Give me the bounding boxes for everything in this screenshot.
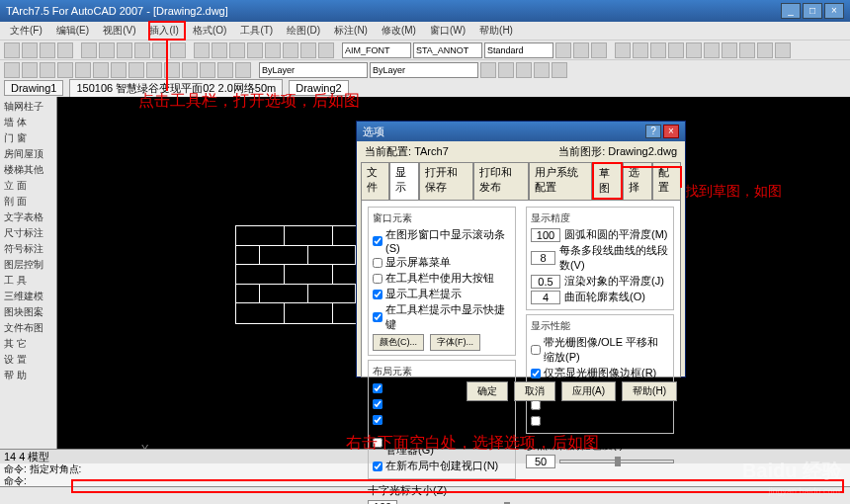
dialog-tab-display[interactable]: 显示	[389, 162, 418, 200]
sidebar-item[interactable]: 尺寸标注	[2, 225, 54, 241]
sidebar-item[interactable]: 文件布图	[2, 320, 54, 336]
sidebar-item[interactable]: 符号标注	[2, 241, 54, 257]
toolbar-icon[interactable]	[200, 62, 215, 78]
sidebar-item[interactable]: 剖 面	[2, 194, 54, 210]
colors-button[interactable]: 颜色(C)...	[373, 334, 424, 351]
menu-view[interactable]: 视图(V)	[97, 24, 141, 38]
menu-help[interactable]: 帮助(H)	[473, 24, 519, 38]
menu-modify[interactable]: 修改(M)	[376, 24, 422, 38]
toolbar-icon[interactable]	[775, 42, 791, 58]
checkbox-screenmenu[interactable]: 显示屏幕菜单	[373, 255, 511, 270]
toolbar-icon[interactable]	[22, 62, 38, 78]
combo-1[interactable]: AIM_FONT	[342, 42, 411, 58]
toolbar-icon[interactable]	[217, 62, 233, 78]
checkbox-shortcut[interactable]: 在工具栏提示中显示快捷键	[373, 302, 511, 332]
checkbox-raster-frame[interactable]: 仅亮显光栅图像边框(R)	[531, 366, 669, 380]
sidebar-item[interactable]: 帮 助	[2, 368, 54, 383]
toolbar-icon[interactable]	[4, 62, 20, 78]
toolbar-icon[interactable]	[81, 42, 97, 58]
toolbar-icon[interactable]	[318, 42, 334, 58]
toolbar-icon[interactable]	[22, 42, 38, 58]
toolbar-icon[interactable]	[170, 42, 186, 58]
toolbar-icon[interactable]	[235, 62, 251, 78]
apply-button[interactable]: 应用(A)	[561, 381, 616, 401]
sidebar-item[interactable]: 其 它	[2, 336, 54, 352]
toolbar-icon[interactable]	[93, 62, 109, 78]
toolbar-icon[interactable]	[633, 42, 648, 58]
menu-draw[interactable]: 绘图(D)	[281, 24, 326, 38]
checkbox-wireframe[interactable]: 以线框形式显示真实轮廓	[531, 413, 669, 428]
toolbar-icon[interactable]	[686, 42, 702, 58]
sidebar-item[interactable]: 图块图案	[2, 304, 54, 320]
toolbar-icon[interactable]	[111, 62, 127, 78]
toolbar-icon[interactable]	[247, 42, 263, 58]
toolbar-icon[interactable]	[739, 42, 755, 58]
dialog-titlebar[interactable]: 选项 ? ×	[357, 122, 685, 141]
toolbar-icon[interactable]	[300, 42, 316, 58]
maximize-button[interactable]: □	[803, 3, 822, 19]
toolbar-icon[interactable]	[146, 62, 162, 78]
sidebar-item[interactable]: 三维建模	[2, 289, 54, 304]
toolbar-icon[interactable]	[555, 42, 571, 58]
toolbar-icon[interactable]	[552, 62, 567, 78]
toolbar-icon[interactable]	[722, 42, 737, 58]
dialog-tab-plot[interactable]: 打印和发布	[473, 162, 528, 200]
menu-window[interactable]: 窗口(W)	[424, 24, 471, 38]
toolbar-icon[interactable]	[591, 42, 607, 58]
toolbar-icon[interactable]	[40, 42, 55, 58]
sidebar-item[interactable]: 楼梯其他	[2, 162, 54, 178]
toolbar-icon[interactable]	[573, 42, 589, 58]
toolbar-icon[interactable]	[57, 62, 73, 78]
sidebar-item[interactable]: 图层控制	[2, 257, 54, 273]
xref-fade-slider[interactable]	[559, 460, 674, 463]
sidebar-item[interactable]: 设 置	[2, 352, 54, 368]
menu-tools[interactable]: 工具(T)	[234, 24, 279, 38]
crosshair-size-input[interactable]: 100	[368, 500, 397, 504]
toolbar-icon[interactable]	[265, 42, 281, 58]
sidebar-item[interactable]: 工 具	[2, 273, 54, 289]
checkbox-viewport[interactable]: 在新布局中创建视口(N)	[373, 459, 511, 473]
surface-lines-input[interactable]: 4	[531, 291, 560, 304]
arc-smooth-input[interactable]: 100	[531, 228, 560, 242]
combo-2[interactable]: STA_ANNOT	[413, 42, 482, 58]
dialog-tab-file[interactable]: 文件	[361, 162, 389, 200]
sidebar-item[interactable]: 轴网柱子	[2, 99, 54, 115]
toolbar-icon[interactable]	[194, 42, 210, 58]
sidebar-item[interactable]: 房间屋顶	[2, 146, 54, 162]
render-smooth-input[interactable]: 0.5	[531, 275, 560, 289]
combo-layer2[interactable]: ByLayer	[370, 62, 478, 78]
menu-dim[interactable]: 标注(N)	[328, 24, 374, 38]
toolbar-icon[interactable]	[212, 42, 227, 58]
help-button[interactable]: 帮助(H)	[622, 381, 677, 401]
sidebar-item[interactable]: 文字表格	[2, 210, 54, 225]
minimize-button[interactable]: _	[781, 3, 801, 19]
toolbar-icon[interactable]	[668, 42, 684, 58]
toolbar-icon[interactable]	[182, 62, 198, 78]
toolbar-icon[interactable]	[650, 42, 666, 58]
toolbar-icon[interactable]	[615, 42, 631, 58]
combo-layer[interactable]: ByLayer	[259, 62, 368, 78]
sidebar-item[interactable]: 立 面	[2, 178, 54, 194]
sidebar-item[interactable]: 门 窗	[2, 130, 54, 146]
ok-button[interactable]: 确定	[467, 381, 508, 401]
menu-edit[interactable]: 编辑(E)	[50, 24, 95, 38]
checkbox-tooltip[interactable]: 显示工具栏提示	[373, 287, 511, 301]
toolbar-icon[interactable]	[534, 62, 550, 78]
toolbar-icon[interactable]	[99, 42, 115, 58]
toolbar-icon[interactable]	[40, 62, 55, 78]
toolbar-icon[interactable]	[516, 62, 532, 78]
dialog-tab-user[interactable]: 用户系统配置	[529, 162, 592, 200]
toolbar-icon[interactable]	[498, 62, 514, 78]
toolbar-icon[interactable]	[134, 42, 150, 58]
combo-style[interactable]: Standard	[484, 42, 553, 58]
toolbar-icon[interactable]	[4, 42, 20, 58]
sidebar-item[interactable]: 墙 体	[2, 115, 54, 130]
cancel-button[interactable]: 取消	[514, 381, 555, 401]
doc-tab[interactable]: Drawing1	[4, 80, 63, 96]
toolbar-icon[interactable]	[283, 42, 298, 58]
toolbar-icon[interactable]	[704, 42, 720, 58]
xref-fade-input[interactable]: 50	[526, 455, 555, 468]
dialog-close-button[interactable]: ×	[663, 125, 679, 138]
toolbar-icon[interactable]	[229, 42, 245, 58]
toolbar-icon[interactable]	[117, 42, 132, 58]
